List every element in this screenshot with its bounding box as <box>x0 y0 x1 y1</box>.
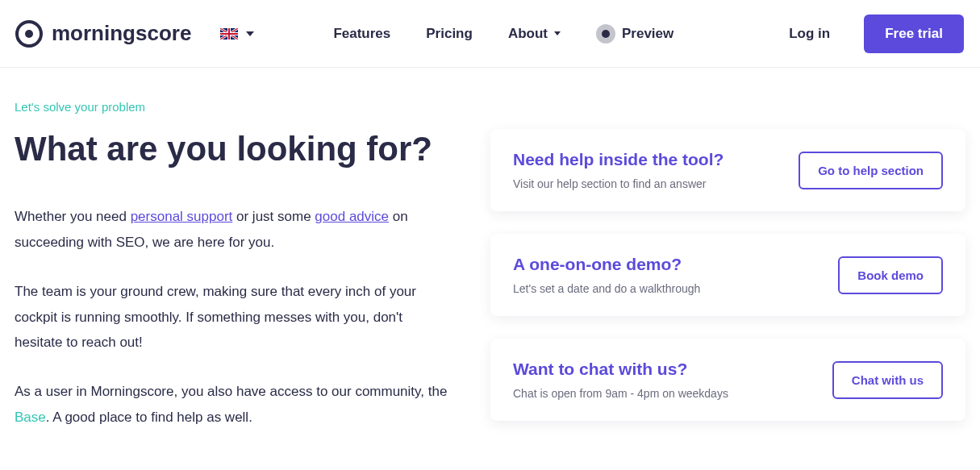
card-subtitle: Chat is open from 9am - 4pm on weekdays <box>513 387 728 400</box>
chevron-down-icon <box>554 31 561 35</box>
card-demo: A one-on-one demo? Let's set a date and … <box>490 234 965 316</box>
intro-paragraph-1: Whether you need personal support or jus… <box>15 204 450 255</box>
help-cards: Need help inside the tool? Visit our hel… <box>490 129 965 454</box>
header-right: Log in Free trial <box>789 15 964 53</box>
uk-flag-icon <box>220 28 238 40</box>
base-link[interactable]: Base <box>15 410 46 425</box>
card-title: Need help inside the tool? <box>513 150 724 169</box>
intro-paragraph-3: As a user in Morningscore, you also have… <box>15 379 450 430</box>
nav-pricing[interactable]: Pricing <box>426 26 473 42</box>
login-link[interactable]: Log in <box>789 26 830 42</box>
pulse-icon <box>596 24 615 44</box>
card-title: A one-on-one demo? <box>513 255 700 274</box>
card-title: Want to chat with us? <box>513 360 728 379</box>
intro-paragraph-2: The team is your ground crew, making sur… <box>15 279 450 355</box>
chevron-down-icon <box>246 31 254 36</box>
go-to-help-button[interactable]: Go to help section <box>799 152 943 189</box>
logo-icon <box>15 19 44 48</box>
card-chat: Want to chat with us? Chat is open from … <box>490 339 965 421</box>
nav-about-label: About <box>508 26 548 42</box>
nav-features[interactable]: Features <box>333 26 390 42</box>
eyebrow-text: Let's solve your problem <box>15 100 450 114</box>
card-help-section: Need help inside the tool? Visit our hel… <box>490 129 965 211</box>
svg-rect-6 <box>220 33 238 35</box>
card-subtitle: Visit our help section to find an answer <box>513 177 724 190</box>
nav-preview[interactable]: Preview <box>596 24 673 44</box>
main-nav: Features Pricing About Preview <box>333 24 673 44</box>
page-title: What are you looking for? <box>15 130 450 168</box>
nav-preview-label: Preview <box>622 26 673 42</box>
card-subtitle: Let's set a date and do a walkthrough <box>513 282 700 295</box>
brand-logo[interactable]: morningscore <box>15 19 191 48</box>
main-content: Let's solve your problem What are you lo… <box>0 68 980 470</box>
site-header: morningscore Features Pricing About Prev… <box>0 0 980 68</box>
nav-about[interactable]: About <box>508 26 561 42</box>
language-selector[interactable] <box>220 28 254 40</box>
svg-point-1 <box>25 30 33 38</box>
brand-name: morningscore <box>52 21 191 46</box>
personal-support-link[interactable]: personal support <box>131 209 233 224</box>
hero-left: Let's solve your problem What are you lo… <box>15 100 450 454</box>
free-trial-button[interactable]: Free trial <box>864 15 964 53</box>
book-demo-button[interactable]: Book demo <box>838 256 943 294</box>
good-advice-link[interactable]: good advice <box>315 209 389 224</box>
chat-with-us-button[interactable]: Chat with us <box>832 361 943 399</box>
